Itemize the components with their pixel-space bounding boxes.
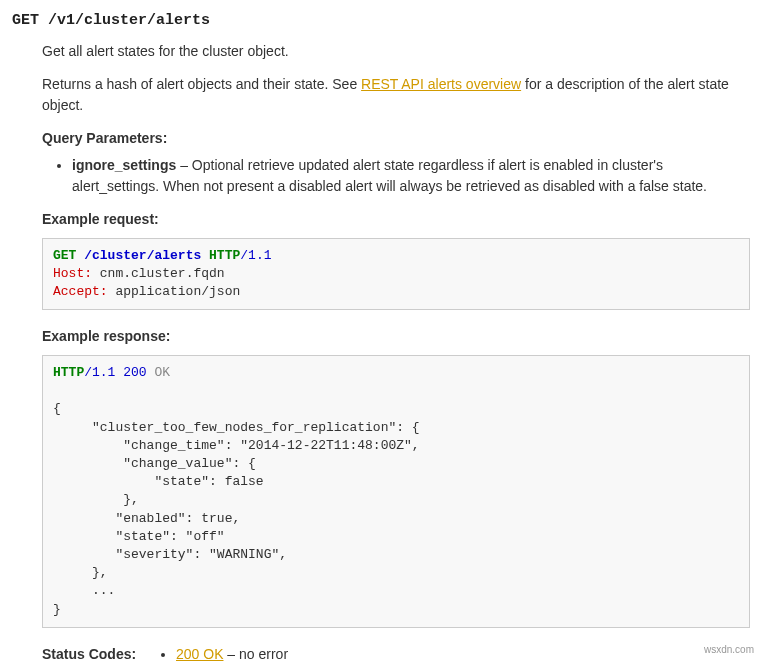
http-method: GET: [12, 12, 39, 29]
query-parameters-list: ignore_settings – Optional retrieve upda…: [42, 155, 750, 197]
req-header2-name: Accept:: [53, 284, 108, 299]
endpoint-title: GET /v1/cluster/alerts: [12, 10, 750, 33]
content-body: Get all alert states for the cluster obj…: [42, 41, 750, 664]
desc2-pre: Returns a hash of alert objects and thei…: [42, 76, 361, 92]
query-parameters-label: Query Parameters:: [42, 128, 750, 149]
res-body: { "cluster_too_few_nodes_for_replication…: [53, 401, 420, 616]
query-param-item: ignore_settings – Optional retrieve upda…: [72, 155, 750, 197]
status-200-desc: – no error: [223, 646, 288, 662]
req-header2-val: application/json: [108, 284, 241, 299]
status-codes-value: 200 OK – no error: [158, 644, 288, 663]
description-line-2: Returns a hash of alert objects and thei…: [42, 74, 750, 116]
status-codes-label: Status Codes:: [42, 644, 158, 663]
req-version: /1.1: [240, 248, 271, 263]
example-request-code: GET /cluster/alerts HTTP/1.1 Host: cnm.c…: [42, 238, 750, 311]
res-status-text: OK: [147, 365, 170, 380]
res-proto: HTTP: [53, 365, 84, 380]
res-version: /1.1: [84, 365, 123, 380]
req-method: GET: [53, 248, 76, 263]
status-codes-row: Status Codes: 200 OK – no error: [42, 644, 750, 663]
watermark: wsxdn.com: [704, 642, 754, 657]
http-path: /v1/cluster/alerts: [48, 12, 210, 29]
description-line-1: Get all alert states for the cluster obj…: [42, 41, 750, 62]
res-status-code: 200: [123, 365, 146, 380]
example-response-code: HTTP/1.1 200 OK { "cluster_too_few_nodes…: [42, 355, 750, 628]
param-name: ignore_settings: [72, 157, 176, 173]
req-path: /cluster/alerts: [84, 248, 201, 263]
example-request-label: Example request:: [42, 209, 750, 230]
status-code-item: 200 OK – no error: [176, 644, 288, 663]
req-proto: HTTP: [209, 248, 240, 263]
rest-api-alerts-link[interactable]: REST API alerts overview: [361, 76, 521, 92]
example-response-label: Example response:: [42, 326, 750, 347]
req-header1-val: cnm.cluster.fqdn: [92, 266, 225, 281]
status-200-link[interactable]: 200 OK: [176, 646, 223, 662]
req-header1-name: Host:: [53, 266, 92, 281]
